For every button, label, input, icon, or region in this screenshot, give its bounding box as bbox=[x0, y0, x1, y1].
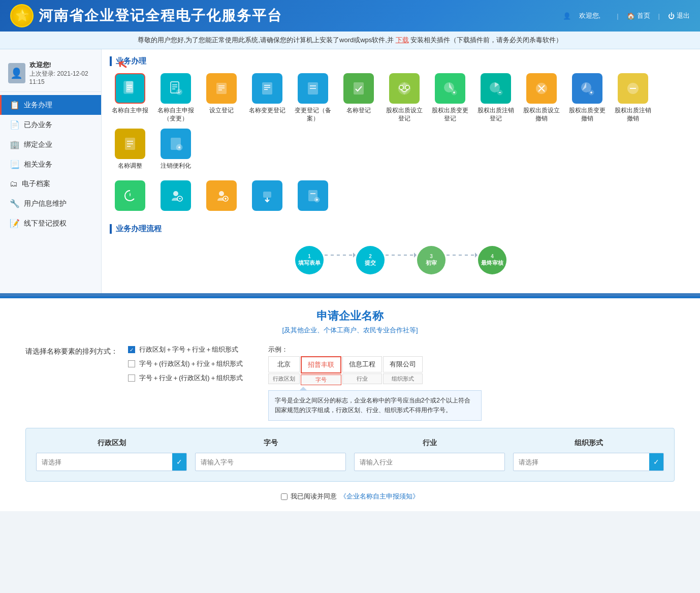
service-item17[interactable] bbox=[201, 180, 242, 214]
sidebar-user-info: 👤 欢迎您! 上次登录: 2021-12-02 11:15 bbox=[0, 54, 101, 92]
service-item19[interactable] bbox=[293, 180, 333, 214]
service-equity-pledge-change[interactable]: 股权出质变更登记 bbox=[430, 73, 470, 122]
service-label: 名称变更登记 bbox=[249, 107, 285, 115]
service-icon bbox=[252, 180, 282, 211]
orgform-input[interactable] bbox=[514, 455, 649, 470]
service-name-adjust[interactable]: 名称调整 bbox=[110, 129, 150, 170]
agreement-link[interactable]: 《企业名称自主申报须知》 bbox=[340, 492, 419, 501]
option-label-3: 字号＋行业＋(行政区划)＋组织形式 bbox=[139, 373, 243, 383]
apply-form: 请选择名称要素的排列方式： ✓ 行政区划＋字号＋行业＋组织形式 字号＋(行政区划… bbox=[20, 345, 680, 482]
sidebar-item-business[interactable]: 📋 业务办理 bbox=[0, 95, 101, 115]
ziname-input[interactable] bbox=[196, 455, 345, 470]
service-name-reg[interactable]: 名称登记 bbox=[338, 73, 379, 122]
step-arrow-1 bbox=[325, 255, 355, 256]
nav-divider2: | bbox=[658, 12, 660, 20]
sidebar-item-related[interactable]: 📃 相关业务 bbox=[0, 154, 101, 174]
business-section-title: 业务办理 bbox=[110, 56, 692, 66]
user-icon: 👤 bbox=[563, 12, 571, 20]
ex-item-sub: 行政区划 bbox=[268, 373, 300, 384]
checkbox-opt3[interactable] bbox=[128, 374, 135, 382]
service-label: 股权出质变更登记 bbox=[430, 107, 470, 122]
service-equity-cancel2[interactable]: 股权出质注销撤销 bbox=[613, 73, 653, 122]
service-change-record[interactable]: 变更登记（备案） bbox=[293, 73, 333, 122]
service-item18[interactable] bbox=[247, 180, 288, 214]
ex-item-orgform: 有限公司 组织形式 bbox=[383, 356, 423, 385]
service-icon bbox=[161, 180, 191, 211]
flow-step-4: 4 最终审核 bbox=[478, 246, 506, 274]
service-item16[interactable] bbox=[155, 180, 196, 214]
service-icon bbox=[206, 180, 237, 211]
service-icon bbox=[115, 180, 145, 211]
service-label: 注销便利化 bbox=[161, 162, 191, 170]
options-column: ✓ 行政区划＋字号＋行业＋组织形式 字号＋(行政区划)＋行业＋组织形式 字号＋行… bbox=[128, 345, 243, 383]
service-icon bbox=[161, 129, 191, 159]
flow-title: 业务办理流程 bbox=[110, 224, 692, 234]
svg-point-25 bbox=[405, 85, 409, 89]
bind-icon: 🏢 bbox=[10, 140, 20, 149]
sidebar-item-offline[interactable]: 📝 线下登记授权 bbox=[0, 213, 101, 233]
service-name-self-change[interactable]: ✓ 名称自主申报（变更） bbox=[155, 73, 196, 122]
logo-area: ⭐ 河南省企业登记全程电子化服务平台 bbox=[10, 4, 282, 27]
service-icon bbox=[343, 73, 374, 104]
checkbox-opt2[interactable] bbox=[128, 360, 135, 367]
service-establish[interactable]: 设立登记 bbox=[201, 73, 242, 122]
service-name-self-report[interactable]: ➜ 名称自主申报 bbox=[110, 73, 150, 122]
sidebar-item-bind[interactable]: 🏢 绑定企业 bbox=[0, 135, 101, 154]
district-input[interactable] bbox=[37, 455, 172, 470]
service-label: 变更登记（备案） bbox=[293, 107, 333, 122]
ex-item-text: 有限公司 bbox=[383, 356, 423, 372]
download-link[interactable]: 下载 bbox=[396, 36, 409, 44]
service-equity-setup-cancel[interactable]: 股权出质设立撤销 bbox=[521, 73, 562, 122]
industry-input[interactable] bbox=[355, 455, 504, 470]
field-header-industry: 行业 bbox=[354, 439, 505, 448]
sidebar-item-label: 已办业务 bbox=[24, 120, 52, 130]
logout-link[interactable]: ⏻ 退出 bbox=[668, 11, 690, 20]
archive-icon: 🗂 bbox=[10, 179, 18, 189]
example-label: 示例： bbox=[268, 345, 482, 354]
ziname-input-wrap bbox=[195, 453, 346, 471]
district-select-btn[interactable]: ✓ bbox=[172, 453, 186, 471]
sidebar-item-archive[interactable]: 🗂 电子档案 bbox=[0, 174, 101, 194]
user-details: 欢迎您! 上次登录: 2021-12-02 11:15 bbox=[29, 60, 93, 85]
field-header-orgform: 组织形式 bbox=[513, 439, 664, 448]
service-label: 名称调整 bbox=[118, 162, 142, 170]
service-icon bbox=[435, 73, 465, 104]
logout-icon: ⏻ bbox=[668, 12, 675, 20]
sidebar: 👤 欢迎您! 上次登录: 2021-12-02 11:15 📋 业务办理 📄 已… bbox=[0, 49, 102, 293]
sidebar-item-userinfo[interactable]: 🔧 用户信息维护 bbox=[0, 194, 101, 213]
userinfo-icon: 🔧 bbox=[10, 199, 20, 208]
service-cancel-convenient[interactable]: 注销便利化 bbox=[155, 129, 196, 170]
home-link[interactable]: 🏠 首页 bbox=[627, 11, 650, 20]
service-name-change[interactable]: 名称变更登记 bbox=[247, 73, 288, 122]
orgform-select-btn[interactable]: ✓ bbox=[649, 453, 663, 471]
option-row-2[interactable]: 字号＋(行政区划)＋行业＋组织形式 bbox=[128, 359, 243, 368]
sidebar-item-label: 线下登记授权 bbox=[24, 219, 67, 228]
apply-title: 申请企业名称 bbox=[20, 308, 680, 324]
service-equity-pledge-cancel[interactable]: 股权出质注销登记 bbox=[475, 73, 516, 122]
agreement-checkbox[interactable] bbox=[281, 493, 288, 500]
flow-step-1: 1 填写表单 bbox=[295, 246, 324, 274]
service-icon bbox=[115, 129, 145, 159]
done-icon: 📄 bbox=[10, 120, 20, 130]
example-items: 北京 行政区划 招普丰联 字号 信息工程 行业 有限公司 bbox=[268, 356, 482, 385]
service-equity-pledge-reg[interactable]: 股权出质设立登记 bbox=[384, 73, 425, 122]
service-icon bbox=[252, 73, 282, 104]
tooltip-text: 字号是企业之间区分的标志，企业名称中的字号应当由2个或2个以上符合国家规范的汉字… bbox=[275, 397, 470, 414]
checkbox-opt1[interactable]: ✓ bbox=[128, 346, 135, 353]
step-arrow-3 bbox=[447, 255, 477, 256]
related-icon: 📃 bbox=[10, 160, 20, 169]
sidebar-welcome: 欢迎您! bbox=[29, 60, 93, 70]
service-item15[interactable] bbox=[110, 180, 150, 214]
fields-inputs: ✓ ✓ bbox=[36, 453, 664, 471]
agreement-row: 我已阅读并同意 《企业名称自主申报须知》 bbox=[20, 492, 680, 501]
ex-item-sub: 字号 bbox=[301, 374, 341, 385]
sidebar-item-done[interactable]: 📄 已办业务 bbox=[0, 115, 101, 135]
option-row-3[interactable]: 字号＋行业＋(行政区划)＋组织形式 bbox=[128, 373, 243, 383]
service-icon bbox=[572, 73, 602, 104]
service-icon bbox=[298, 180, 328, 211]
apply-subtitle-link[interactable]: [及其他企业、个体工商户、农民专业合作社等] bbox=[282, 326, 418, 334]
service-equity-change-cancel[interactable]: 股权出质变更撤销 bbox=[567, 73, 608, 122]
option-row-1[interactable]: ✓ 行政区划＋字号＋行业＋组织形式 bbox=[128, 345, 243, 354]
industry-input-wrap bbox=[354, 453, 505, 471]
step-circle-3: 3 初审 bbox=[417, 246, 446, 274]
